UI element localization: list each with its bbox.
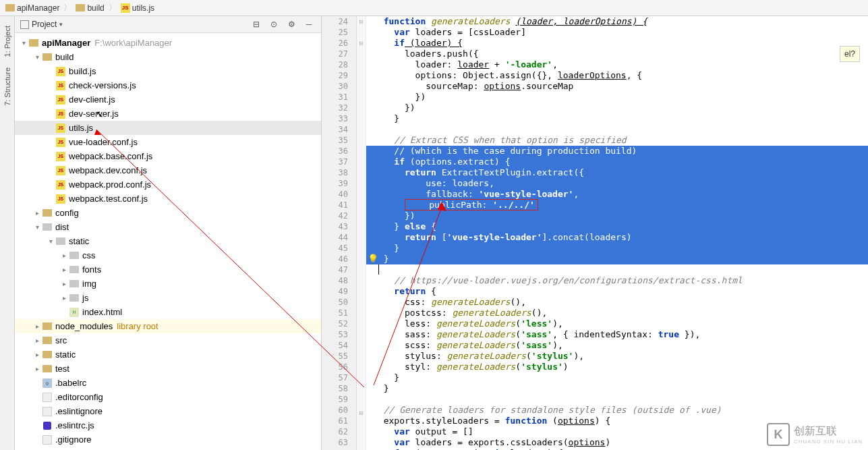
tree-nodemodules[interactable]: ▸node_moduleslibrary root: [15, 319, 321, 333]
folder-icon: [69, 266, 79, 273]
js-file-icon: JS: [56, 166, 65, 175]
folder-icon: [42, 365, 52, 372]
chevron-right-icon[interactable]: ▸: [32, 337, 42, 344]
js-file-icon: JS: [56, 194, 65, 204]
chevron-down-icon: ▾: [59, 21, 63, 28]
file-icon: [42, 393, 52, 402]
eslint-icon: [43, 422, 51, 430]
folder-icon: [29, 39, 38, 47]
tree-subpath: F:\work\apiManager: [94, 38, 172, 48]
tree-build-folder[interactable]: ▾ build: [15, 50, 321, 64]
js-file-icon: JS: [56, 123, 65, 133]
tree-file[interactable]: JSdev-client.js: [15, 92, 321, 107]
scroll-from-source-icon[interactable]: ⊙: [267, 18, 281, 30]
tree-folder[interactable]: ▸img: [15, 277, 321, 291]
chevron-right-icon[interactable]: ▸: [32, 322, 42, 330]
tree-file-utils[interactable]: JSutils.js: [15, 121, 321, 135]
tree-config-folder[interactable]: ▸config: [15, 206, 321, 220]
chevron-right-icon[interactable]: ▸: [59, 252, 69, 259]
tree-file[interactable]: .gitignore: [15, 432, 321, 447]
chevron-down-icon[interactable]: ▾: [46, 237, 55, 245]
tree-file[interactable]: Hindex.html: [15, 305, 321, 319]
tree-file[interactable]: JSbuild.js: [15, 64, 321, 78]
fold-gutter[interactable]: ⊟⊟⊟: [357, 16, 366, 450]
tree-file[interactable]: {}.babelrc: [15, 376, 321, 390]
tree-file[interactable]: .editorconfig: [15, 390, 321, 404]
tree-file[interactable]: JSdev-server.js: [15, 107, 321, 121]
html-file-icon: H: [69, 308, 79, 317]
crumb-root[interactable]: apiManager: [5, 3, 59, 13]
chevron-down-icon[interactable]: ▾: [32, 53, 42, 61]
chevron-right-icon: 〉: [109, 2, 117, 13]
folder-icon: [42, 351, 52, 358]
tree-file[interactable]: JSvue-loader.conf.js: [15, 135, 321, 149]
cursor-icon: ↖: [96, 109, 104, 119]
project-panel: Project ▾ ⊟ ⊙ ⚙ ─ ▾ apiManager F:\work\a…: [15, 16, 322, 450]
tree-dist-folder[interactable]: ▾dist: [15, 220, 321, 234]
crumb-build-label: build: [87, 3, 104, 13]
toolwindow-left-tabs: 1: Project 7: Structure: [0, 16, 15, 450]
crumb-root-label: apiManager: [17, 3, 59, 13]
folder-icon: [42, 337, 52, 344]
chevron-right-icon[interactable]: ▸: [59, 294, 69, 302]
collapse-all-icon[interactable]: ⊟: [250, 18, 263, 30]
crumb-build[interactable]: build: [76, 3, 104, 13]
js-file-icon: JS: [56, 152, 65, 161]
project-panel-header: Project ▾ ⊟ ⊙ ⚙ ─: [15, 16, 321, 33]
chevron-right-icon[interactable]: ▸: [59, 266, 69, 273]
tab-structure[interactable]: 7: Structure: [2, 62, 13, 111]
hide-panel-icon[interactable]: ─: [302, 18, 316, 30]
folder-icon: [56, 237, 65, 245]
chevron-down-icon[interactable]: ▾: [32, 223, 42, 231]
code-content[interactable]: function generateLoaders (loader, loader…: [366, 16, 868, 450]
tree-file[interactable]: JSwebpack.base.conf.js: [15, 149, 321, 163]
crumb-file-label: utils.js: [132, 3, 154, 13]
tree-folder[interactable]: ▸css: [15, 248, 321, 262]
tree-label: apiManager: [42, 38, 90, 48]
tree-static2-folder[interactable]: ▸static: [15, 347, 321, 362]
watermark-logo-icon: K: [767, 423, 790, 446]
gear-icon[interactable]: ⚙: [285, 18, 298, 30]
js-file-icon: JS: [56, 81, 65, 90]
js-file-icon: JS: [121, 3, 130, 13]
folder-icon: [5, 4, 15, 11]
js-file-icon: JS: [56, 109, 65, 119]
project-tree[interactable]: ▾ apiManager F:\work\apiManager ▾ build …: [15, 33, 321, 450]
file-icon: [42, 407, 52, 416]
chevron-down-icon[interactable]: ▾: [19, 39, 28, 47]
editor-tooltip: el?: [840, 46, 860, 62]
tree-file[interactable]: JSwebpack.prod.conf.js: [15, 177, 321, 192]
file-icon: [42, 435, 52, 445]
js-file-icon: JS: [56, 95, 65, 105]
folder-icon: [69, 280, 79, 287]
tree-folder[interactable]: ▸js: [15, 291, 321, 305]
chevron-right-icon[interactable]: ▸: [32, 365, 42, 372]
lightbulb-icon[interactable]: 💡: [368, 254, 378, 264]
crumb-file[interactable]: JS utils.js: [121, 3, 154, 13]
tree-static-folder[interactable]: ▾static: [15, 234, 321, 248]
breadcrumb: apiManager 〉 build 〉 JS utils.js: [0, 0, 868, 16]
line-number-gutter[interactable]: 2425262728293031323334353637383940414243…: [322, 16, 357, 450]
panel-title[interactable]: Project ▾: [20, 20, 63, 29]
folder-icon: [42, 53, 52, 61]
tree-root[interactable]: ▾ apiManager F:\work\apiManager: [15, 36, 321, 50]
tree-file[interactable]: .eslintignore: [15, 404, 321, 418]
js-file-icon: JS: [56, 180, 65, 190]
tree-file[interactable]: JSwebpack.dev.conf.js: [15, 163, 321, 177]
tree-file[interactable]: JSwebpack.test.conf.js: [15, 192, 321, 206]
js-file-icon: JS: [56, 138, 65, 147]
folder-icon: [42, 223, 52, 231]
chevron-right-icon[interactable]: ▸: [59, 280, 69, 287]
js-file-icon: JS: [56, 67, 65, 76]
chevron-right-icon[interactable]: ▸: [32, 209, 42, 217]
folder-icon: [42, 209, 52, 217]
tree-src-folder[interactable]: ▸src: [15, 333, 321, 347]
tree-file[interactable]: .eslintrc.js: [15, 418, 321, 432]
code-editor[interactable]: 2425262728293031323334353637383940414243…: [322, 16, 868, 450]
tree-folder[interactable]: ▸fonts: [15, 262, 321, 277]
tree-test-folder[interactable]: ▸test: [15, 362, 321, 376]
tab-project[interactable]: 1: Project: [2, 20, 13, 62]
tree-file[interactable]: JScheck-versions.js: [15, 78, 321, 92]
folder-icon: [42, 322, 52, 330]
chevron-right-icon[interactable]: ▸: [32, 351, 42, 358]
